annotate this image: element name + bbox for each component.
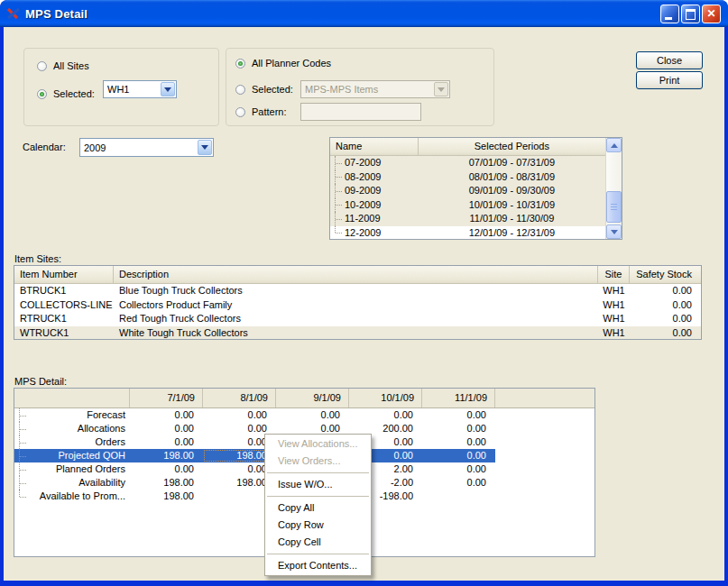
scrollbar-thumb[interactable] [606,191,622,223]
close-button[interactable]: Close [636,51,703,69]
tree-guide-icon [336,205,342,206]
item-site-row[interactable]: WTRUCK1 White Tough Truck Collectors WH1… [14,326,701,341]
mps-header-col[interactable]: 10/1/09 [349,389,422,407]
mps-cell[interactable]: 0.00 [422,435,495,449]
print-button[interactable]: Print [636,71,703,89]
mps-row-filler [495,462,594,476]
radio-pattern[interactable] [235,107,245,117]
menu-item[interactable]: Copy All [265,499,371,517]
tree-guide-icon [336,233,342,233]
header-site[interactable]: Site [598,266,630,283]
mps-cell[interactable]: 0.00 [130,422,203,435]
item-site-row[interactable]: RTRUCK1 Red Tough Truck Collectors WH1 0… [14,312,701,326]
mps-header-filler [495,389,594,407]
item-site: WH1 [598,284,630,298]
close-window-button[interactable]: ✕ [702,5,721,23]
period-row[interactable]: 11-2009 11/01/09 - 11/30/09 [330,212,605,226]
period-row[interactable]: 08-2009 08/01/09 - 08/31/09 [330,170,605,185]
radio-all-planner-codes[interactable] [235,59,245,69]
planner-code-combobox-value: MPS-MPS Items [301,84,433,95]
mps-cell[interactable]: 0.00 [422,408,495,422]
mps-cell[interactable]: 198.00 [130,490,203,503]
calendar-combobox[interactable]: 2009 [79,138,214,157]
header-item-number[interactable]: Item Number [14,266,114,283]
scroll-up-button[interactable] [606,138,622,152]
scroll-down-button[interactable] [606,224,622,239]
mps-cell[interactable]: 0.00 [422,449,495,462]
mps-cell[interactable]: 0.00 [422,462,495,476]
mps-row-filler [495,476,594,490]
mps-header-col[interactable]: 8/1/09 [203,389,276,407]
menu-item[interactable]: Export Contents... [265,557,371,574]
radio-selected-planner-code[interactable] [235,85,245,95]
periods-header: Name Selected Periods [330,138,605,156]
period-row[interactable]: 10-2009 10/01/09 - 10/31/09 [330,198,605,213]
item-description: Collectors Product Family [114,298,598,313]
site-combobox[interactable]: WH1 [103,80,177,98]
tree-guide-icon [335,226,336,233]
mps-header-col[interactable]: 11/1/09 [422,389,495,407]
planner-codes-groupbox: All Planner Codes Selected: MPS-MPS Item… [226,48,494,126]
tree-guide-icon [20,470,26,471]
mps-cell[interactable]: 0.00 [422,422,495,435]
radio-all-sites[interactable] [37,61,47,71]
mps-cell[interactable]: 198.00 [130,476,203,490]
item-sites-label: Item Sites: [14,253,61,264]
calendar-combo-dropdown-button[interactable] [198,140,212,155]
mps-row-filler [495,449,594,462]
period-name: 08-2009 [345,170,419,185]
mps-cell[interactable]: 0.00 [203,408,276,422]
mps-cell[interactable]: 0.00 [130,435,203,449]
mps-row-label: Forecast [14,408,130,422]
mps-header-blank [14,389,130,407]
menu-item: View Orders... [265,453,371,470]
periods-header-selected[interactable]: Selected Periods [419,138,605,155]
mps-cell[interactable]: 0.00 [349,408,422,422]
scrollbar-track[interactable] [606,152,622,224]
mps-cell[interactable] [422,490,495,503]
mps-cell[interactable]: 198.00 [130,449,203,462]
item-number: WTRUCK1 [14,326,114,341]
minimize-button[interactable] [660,5,679,23]
menu-item[interactable]: Copy Cell [265,534,371,551]
mps-header: 7/1/09 8/1/09 9/1/09 10/1/09 11/1/09 [14,389,594,408]
period-row[interactable]: 12-2009 12/01/09 - 12/31/09 [330,226,605,240]
window-controls: ✕ [660,5,721,23]
mps-cell[interactable]: 0.00 [130,408,203,422]
mps-row-filler [495,422,594,435]
menu-item[interactable]: Issue W/O... [265,476,371,493]
period-name: 11-2009 [345,212,419,226]
window-title: MPS Detail [25,7,88,21]
period-row[interactable]: 07-2009 07/01/09 - 07/31/09 [330,156,605,170]
site-combo-dropdown-button[interactable] [161,82,175,96]
menu-item[interactable]: Copy Row [265,517,371,534]
item-site-row[interactable]: BTRUCK1 Blue Tough Truck Collectors WH1 … [14,284,701,298]
mps-detail-label: MPS Detail: [14,376,67,387]
mps-cell[interactable]: 0.00 [422,476,495,490]
item-site: WH1 [598,312,630,326]
mps-header-col[interactable]: 7/1/09 [130,389,203,407]
maximize-button[interactable] [681,5,700,23]
header-description[interactable]: Description [114,266,598,283]
all-planner-codes-label: All Planner Codes [252,58,331,69]
mps-cell[interactable]: 0.00 [130,462,203,476]
chevron-down-icon [164,87,171,92]
mps-row[interactable]: Forecast0.000.000.000.000.00 [14,408,594,422]
item-site-row[interactable]: COLLECTORS-LINE Collectors Product Famil… [14,298,701,313]
period-row[interactable]: 09-2009 09/01/09 - 09/30/09 [330,184,605,198]
periods-body: 07-2009 07/01/09 - 07/31/09 08-2009 08/0… [330,156,605,239]
header-safety-stock[interactable]: Safety Stock [630,266,696,283]
context-menu: View Allocations...View Orders...Issue W… [264,434,372,576]
tree-guide-icon [336,191,342,192]
titlebar[interactable]: MPS Detail ✕ [0,0,728,27]
periods-scrollbar[interactable] [605,138,622,239]
mps-cell[interactable]: 0.00 [276,408,349,422]
menu-separator [267,496,369,497]
item-description: Red Tough Truck Collectors [114,312,598,326]
period-range: 08/01/09 - 08/31/09 [419,170,605,185]
periods-header-name[interactable]: Name [330,138,419,155]
mps-row-filler [495,490,594,503]
mps-header-col[interactable]: 9/1/09 [276,389,349,407]
radio-selected-site[interactable] [37,89,47,99]
period-name: 10-2009 [345,198,419,213]
